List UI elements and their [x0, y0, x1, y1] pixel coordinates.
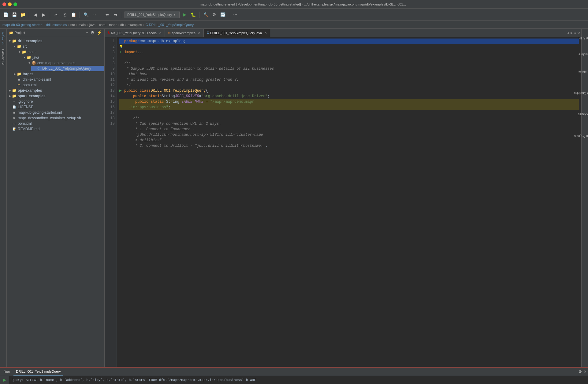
tab-structure[interactable]: Structure — [577, 52, 588, 57]
breadcrumb-item-10[interactable]: C DRILL_001_YelpSimpleQuery — [146, 23, 194, 27]
toolbar-replace[interactable]: ↔ — [91, 11, 98, 18]
tab-spark-examples[interactable]: m spark-examples ✕ — [165, 29, 204, 37]
tree-label-drill-examples: drill-examples — [18, 39, 43, 43]
tab-drill-close[interactable]: ✕ — [264, 31, 267, 35]
tab-r-graphics[interactable]: The R Graphics — [572, 91, 588, 95]
tree-item-pom-drill[interactable]: m pom.xml — [12, 82, 104, 88]
minimize-button[interactable] — [8, 2, 12, 6]
toolbar-new-file[interactable]: 📄 — [2, 11, 9, 18]
tab-scala-close[interactable]: ✕ — [159, 31, 162, 35]
folder-icon-java: 📁 — [26, 55, 31, 60]
toolbar-paste[interactable]: 📋 — [70, 11, 77, 18]
tab-drill-java[interactable]: C DRILL_001_YelpSimpleQuery.java ✕ — [204, 29, 270, 37]
run-config-dropdown[interactable]: DRILL_001_YelpSimpleQuery ▼ — [125, 11, 180, 18]
side-tabs-right: Ant Build Structure Database The R Graph… — [581, 29, 588, 367]
tab-nav-right[interactable]: ▶ — [571, 31, 573, 35]
run-output-content[interactable]: Query: SELECT b.`name`, b.`address`, b.`… — [9, 376, 588, 384]
toolbar-settings[interactable]: ⚙ — [210, 11, 218, 18]
settings-icon[interactable]: ⚡ — [96, 30, 102, 35]
toolbar-nav-fwd[interactable]: ➡ — [112, 11, 119, 18]
tree-item-readme[interactable]: 📝 README.md — [7, 126, 104, 132]
toolbar-save[interactable]: 💾 — [10, 11, 18, 18]
tree-item-drill-examples[interactable]: ▼ 📁 drill-examples — [7, 38, 104, 44]
tree-item-drill001[interactable]: C DRILL_001_YelpSimpleQuery — [31, 66, 104, 71]
tree-item-target[interactable]: ▶ 📁 target — [12, 71, 104, 77]
tree-item-package[interactable]: ▼ 📦 com.mapr.db.examples — [26, 60, 104, 66]
tab-database[interactable]: Database — [576, 69, 588, 74]
breadcrumb-item-6[interactable]: com — [99, 23, 106, 27]
side-tabs-left: 1: Project 2: Favorites — [0, 29, 7, 367]
tab-project[interactable]: 1: Project — [1, 30, 6, 46]
breadcrumb-item-7[interactable]: mapr — [109, 23, 117, 27]
run-tab-run[interactable]: Run — [1, 367, 12, 376]
tab-maven[interactable]: Maven Projects — [572, 134, 588, 138]
breadcrumb-item-8[interactable]: db — [120, 23, 124, 27]
breadcrumb-item-5[interactable]: java — [89, 23, 95, 27]
folder-icon-ojai: 📁 — [12, 88, 17, 93]
tab-spark-close[interactable]: ✕ — [198, 31, 200, 35]
tab-nav-left[interactable]: ◀ — [567, 31, 569, 35]
breadcrumb-item-3[interactable]: src — [70, 23, 75, 27]
run-settings-icon[interactable]: ⚙ — [579, 369, 582, 374]
tree-item-main[interactable]: ▼ 📁 main — [17, 49, 104, 55]
run-button[interactable]: ▶ — [181, 11, 188, 18]
separator-6 — [199, 12, 199, 18]
debug-button[interactable]: 🐛 — [189, 11, 197, 18]
close-button[interactable] — [2, 2, 6, 6]
tree-item-pom-root[interactable]: m pom.xml — [7, 121, 104, 126]
code-line-19: * 2. Connect to Drillbit - "jdbc:drill:d… — [119, 143, 579, 149]
code-line-14b: .io/apps/business"; — [119, 105, 579, 110]
tree-item-src[interactable]: ▼ 📁 src — [12, 44, 104, 49]
run-tab-drill[interactable]: DRILL_001_YelpSimpleQuery — [13, 367, 63, 376]
tab-ant-build[interactable]: Ant Build — [577, 36, 588, 40]
file-tree: ▼ 📁 drill-examples ▼ 📁 src ▼ 📁 main ▼ 📁 … — [7, 37, 104, 367]
tree-item-sh[interactable]: ⚙ mapr_devsandbox_container_setup.sh — [7, 115, 104, 121]
xml-icon-root: m — [12, 121, 17, 126]
gear-icon[interactable]: ⚙ — [90, 30, 95, 35]
toolbar-more[interactable]: ⋯ — [232, 11, 239, 18]
tree-item-drill-iml[interactable]: ◼ drill-examples.iml — [12, 77, 104, 82]
breadcrumb-item-1[interactable]: mapr-db-60-getting-started — [2, 23, 43, 27]
project-dropdown-label[interactable]: Project — [15, 31, 84, 35]
tree-item-java[interactable]: ▼ 📁 java — [21, 55, 104, 60]
toolbar-update[interactable]: 🔄 — [219, 11, 226, 18]
gutter-12[interactable]: ▶ — [119, 88, 124, 94]
toolbar-cut[interactable]: ✂ — [53, 11, 60, 18]
tab-spark-label: spark-examples — [172, 31, 195, 35]
toolbar-back[interactable]: ◀ — [32, 11, 39, 18]
tab-settings[interactable]: ⚙ — [577, 31, 580, 35]
tree-item-mapr-iml[interactable]: ◼ mapr-db-getting-started.iml — [7, 110, 104, 115]
tab-favorites[interactable]: 2: Favorites — [1, 47, 6, 67]
code-editor[interactable]: 1 2 3 7 8 9 10 11 12 13 14 15 16 17 18 1… — [105, 37, 581, 367]
tree-item-license[interactable]: 📄 LICENSE — [7, 104, 104, 110]
run-output-line-1: {"Name": "TruVape", "Address": "4059 Spr… — [12, 383, 586, 384]
breadcrumb-item-4[interactable]: main — [78, 23, 86, 27]
tree-item-spark[interactable]: ▶ 📁 spark-examples — [7, 93, 104, 99]
toolbar-build[interactable]: 🔨 — [202, 11, 209, 18]
folder-icon-src: 📁 — [17, 44, 21, 49]
separator-4 — [101, 12, 101, 18]
run-play-button[interactable]: ▶ — [1, 377, 8, 382]
tree-item-ojai[interactable]: ▶ 📁 ojai-examples — [7, 88, 104, 93]
separator-2 — [50, 12, 50, 18]
breadcrumb-item-2[interactable]: drill-examples — [46, 23, 67, 27]
toolbar-forward[interactable]: ▶ — [40, 11, 47, 18]
toolbar-find[interactable]: 🔍 — [82, 11, 90, 18]
run-scroll-up[interactable]: ▲ — [1, 383, 8, 384]
run-close-icon[interactable]: ✕ — [583, 369, 587, 374]
toolbar-open[interactable]: 📁 — [19, 11, 26, 18]
breadcrumb-sep-4: › — [87, 23, 88, 27]
tab-list[interactable]: ≡ — [574, 31, 576, 35]
breadcrumb-sep-2: › — [68, 23, 69, 27]
tab-scala[interactable]: S RK_001_YelpQueryRDD.scala ✕ — [105, 29, 165, 37]
maximize-button[interactable] — [13, 2, 17, 6]
tree-label-target: target — [23, 72, 33, 76]
toolbar-copy[interactable]: ⎘ — [61, 11, 69, 18]
toolbar-nav-back[interactable]: ⬅ — [103, 11, 111, 18]
tree-label-readme: README.md — [18, 127, 39, 131]
tree-label-drill-iml: drill-examples.iml — [23, 77, 51, 82]
tab-packages[interactable]: Packages — [576, 113, 588, 117]
tree-item-gitignore[interactable]: ≡ .gitignore — [7, 99, 104, 104]
code-line-13: public static String JDBC_DRIVER = "org.… — [119, 94, 579, 99]
breadcrumb-item-9[interactable]: examples — [128, 23, 142, 27]
